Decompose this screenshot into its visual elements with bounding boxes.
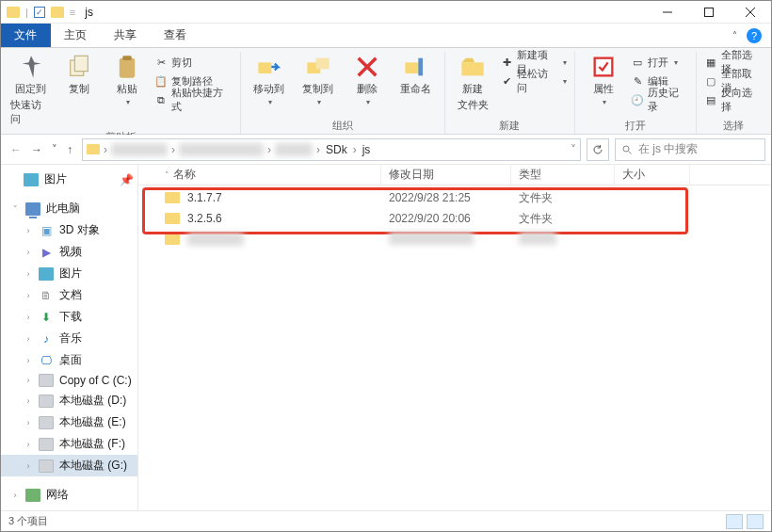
- cut-button[interactable]: ✂ 剪切: [153, 54, 233, 71]
- disk-icon: [39, 374, 54, 387]
- column-date[interactable]: 修改日期: [381, 165, 511, 185]
- svg-line-18: [629, 151, 632, 153]
- pin-to-quick-access-button[interactable]: 固定到 快速访问: [8, 52, 53, 128]
- refresh-button[interactable]: [587, 138, 609, 161]
- tree-network[interactable]: › 网络: [1, 484, 137, 506]
- selectall-icon: ▦: [704, 56, 717, 69]
- tree-downloads[interactable]: ›⬇下载: [1, 306, 137, 328]
- nav-forward-button[interactable]: →: [31, 143, 42, 156]
- tree-pictures[interactable]: 图片 📌: [1, 169, 137, 190]
- tree-disk-d[interactable]: ›本地磁盘 (D:): [1, 390, 137, 411]
- search-input[interactable]: 在 js 中搜索: [615, 138, 765, 161]
- easy-access-button[interactable]: ✔ 轻松访问 ▾: [499, 73, 570, 89]
- ribbon-group-open: 属性 ▾ ▭ 打开 ▾ ✎ 编辑 🕘 历史记录 打开: [575, 52, 697, 134]
- chevron-down-icon: ▾: [268, 98, 272, 106]
- move-to-button[interactable]: 移动到 ▾: [247, 52, 292, 117]
- nav-back-button[interactable]: ←: [10, 143, 22, 156]
- chevron-down-icon: ▾: [126, 98, 130, 106]
- properties-button[interactable]: 属性 ▾: [581, 52, 625, 117]
- table-row[interactable]: 3.2.5.6 2022/9/20 20:06 文件夹: [138, 208, 771, 229]
- pictures-icon: [39, 267, 54, 281]
- tree-3d[interactable]: ›▣3D 对象: [1, 219, 137, 241]
- disk-icon: [39, 459, 54, 473]
- breadcrumb-js[interactable]: js: [361, 143, 373, 156]
- documents-icon: 🗎: [39, 289, 54, 302]
- edit-icon: ✎: [631, 74, 644, 88]
- pc-icon: [25, 202, 40, 216]
- address-dropdown-icon[interactable]: ˅: [571, 143, 576, 156]
- download-icon: ⬇: [39, 311, 54, 324]
- qat-sep2: ≡: [70, 7, 75, 18]
- tree-documents[interactable]: ›🗎文档: [1, 284, 137, 306]
- tree-videos[interactable]: ›▶视频: [1, 241, 137, 263]
- history-button[interactable]: 🕘 历史记录: [629, 91, 690, 108]
- tree-thispc[interactable]: ˅ 此电脑: [1, 198, 137, 219]
- file-rows: 3.1.7.7 2022/9/28 21:25 文件夹 3.2.5.6 2022…: [138, 185, 771, 250]
- address-bar[interactable]: › › › › SDk › js ˅: [82, 138, 581, 161]
- column-name[interactable]: ˄ 名称: [138, 165, 381, 185]
- chevron-down-icon: ▾: [563, 58, 567, 67]
- svg-rect-15: [462, 62, 484, 75]
- window-title: js: [85, 6, 93, 19]
- close-button[interactable]: [730, 1, 771, 24]
- tab-file[interactable]: 文件: [1, 24, 51, 47]
- tree-disk-g[interactable]: ›本地磁盘 (G:): [1, 455, 137, 476]
- tree-desktop[interactable]: ›🖵桌面: [1, 349, 137, 371]
- copypath-icon: 📋: [154, 74, 168, 88]
- chevron-down-icon: ▾: [366, 98, 370, 106]
- minimize-ribbon-icon[interactable]: ˄: [732, 30, 737, 40]
- help-icon[interactable]: ?: [747, 28, 762, 43]
- column-type[interactable]: 类型: [511, 165, 615, 185]
- open-button[interactable]: ▭ 打开 ▾: [629, 54, 690, 71]
- address-row: ← → ˅ ↑ › › › › SDk › js ˅ 在 js 中搜索: [1, 135, 771, 165]
- tab-home[interactable]: 主页: [51, 24, 101, 47]
- column-size[interactable]: 大小: [615, 165, 690, 185]
- invert-selection-button[interactable]: ▤ 反向选择: [702, 91, 764, 108]
- paste-button[interactable]: 粘贴 ▾: [105, 52, 149, 128]
- pin-icon: 📌: [120, 173, 134, 186]
- table-row[interactable]: [138, 229, 771, 250]
- tree-disk-f[interactable]: ›本地磁盘 (F:): [1, 433, 137, 455]
- video-icon: ▶: [39, 246, 54, 259]
- tab-view[interactable]: 查看: [151, 24, 201, 47]
- paste-shortcut-button[interactable]: ⧉ 粘贴快捷方式: [153, 91, 233, 108]
- tree-disk-e[interactable]: ›本地磁盘 (E:): [1, 411, 137, 433]
- open-icon: ▭: [631, 56, 644, 69]
- view-details-button[interactable]: [726, 514, 743, 529]
- qat-checkbox[interactable]: ✓: [34, 7, 45, 18]
- tree-disk-c[interactable]: ›Copy of C (C:): [1, 371, 137, 390]
- nav-up-button[interactable]: ˅: [52, 143, 57, 156]
- view-large-button[interactable]: [747, 514, 764, 529]
- breadcrumb-sdk[interactable]: SDk: [324, 143, 349, 156]
- svg-rect-14: [418, 58, 423, 76]
- tab-share[interactable]: 共享: [101, 24, 151, 47]
- invsel-icon: ▤: [704, 93, 717, 106]
- ribbon-group-clipboard: 固定到 快速访问 复制 粘贴 ▾ ✂ 剪切 📋 复制路径: [3, 52, 241, 134]
- table-row[interactable]: 3.1.7.7 2022/9/28 21:25 文件夹: [138, 187, 771, 208]
- ribbon-group-new: 新建 文件夹 ✚ 新建项目 ▾ ✔ 轻松访问 ▾ 新建: [445, 52, 576, 134]
- copy-button[interactable]: 复制: [56, 52, 101, 128]
- column-headers: ˄ 名称 修改日期 类型 大小: [138, 165, 771, 185]
- music-icon: ♪: [39, 332, 54, 346]
- new-folder-button[interactable]: 新建 文件夹: [451, 52, 495, 117]
- tree-pictures2[interactable]: ›图片: [1, 263, 137, 284]
- minimize-button[interactable]: [647, 1, 688, 24]
- folder-icon: [165, 213, 180, 224]
- status-bar: 3 个项目: [1, 510, 771, 531]
- nav-parent-button[interactable]: ↑: [67, 143, 72, 156]
- pictures-icon: [24, 173, 39, 186]
- maximize-button[interactable]: [688, 1, 730, 24]
- tree-music[interactable]: ›♪音乐: [1, 328, 137, 349]
- expand-icon[interactable]: ˅: [10, 204, 20, 214]
- qat-folder-icon: [51, 7, 64, 18]
- desktop-icon: 🖵: [39, 354, 54, 367]
- folder-icon: [165, 234, 180, 245]
- rename-button[interactable]: 重命名: [394, 52, 439, 117]
- disk-icon: [39, 438, 54, 451]
- copy-to-button[interactable]: 复制到 ▾: [296, 52, 341, 117]
- selectnone-icon: ▢: [704, 74, 717, 88]
- chevron-down-icon: ▾: [563, 77, 567, 86]
- navigation-tree[interactable]: 图片 📌 ˅ 此电脑 ›▣3D 对象 ›▶视频 ›图片 ›🗎文档 ›⬇下载 ›♪…: [1, 165, 138, 510]
- delete-button[interactable]: 删除 ▾: [345, 52, 390, 117]
- expand-icon[interactable]: ›: [10, 491, 20, 500]
